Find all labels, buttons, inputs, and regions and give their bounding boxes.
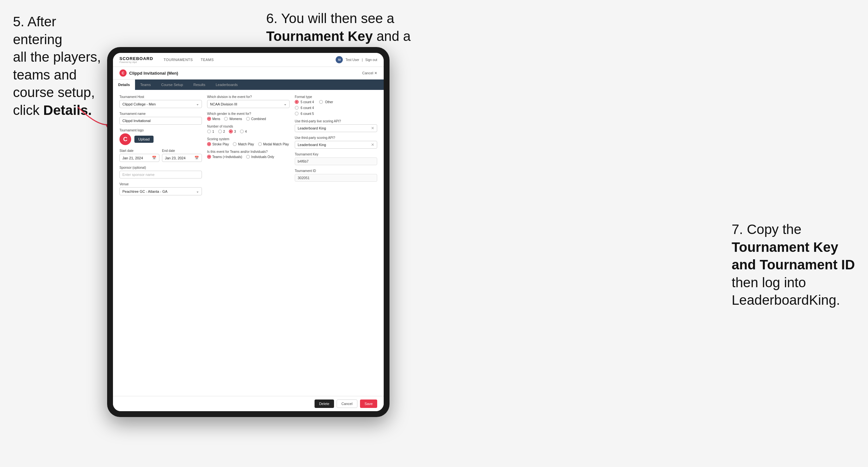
- venue-value: Peachtree GC - Atlanta - GA: [122, 189, 167, 193]
- tab-leaderboards[interactable]: Leaderboards: [210, 80, 243, 90]
- name-value: Clippd Invitational: [122, 119, 151, 123]
- third-party-2-label: Use third-party scoring API?: [295, 136, 377, 139]
- cancel-button[interactable]: Cancel: [337, 400, 358, 408]
- teams-radio-group: Teams (+Individuals) Individuals Only: [207, 155, 289, 159]
- format-5count4-radio[interactable]: [295, 100, 299, 104]
- teams-plus-label: Teams (+Individuals): [212, 155, 242, 159]
- tournament-key-value: b4f6b7: [295, 157, 377, 165]
- scoring-match[interactable]: Match Play: [233, 142, 254, 146]
- annotation-br-line3: LeaderboardKing.: [732, 292, 840, 308]
- name-label: Tournament name: [120, 112, 202, 116]
- name-input[interactable]: Clippd Invitational: [120, 117, 202, 125]
- rounds-3[interactable]: 3: [229, 129, 236, 133]
- rounds-4[interactable]: 4: [240, 129, 247, 133]
- sponsor-group: Sponsor (optional) Enter sponsor name: [120, 166, 202, 179]
- rounds-1[interactable]: 1: [207, 129, 214, 133]
- end-date-input[interactable]: Jan 23, 2024 📅: [162, 154, 202, 162]
- teams-label: Is this event for Teams and/or Individua…: [207, 150, 289, 154]
- rounds-label: Number of rounds: [207, 125, 289, 128]
- nav-teams[interactable]: TEAMS: [200, 58, 214, 62]
- form-col-2: Which division is the event for? NCAA Di…: [207, 95, 289, 195]
- division-value: NCAA Division III: [210, 102, 237, 106]
- teams-individuals-radio[interactable]: [246, 155, 250, 159]
- cancel-header-btn[interactable]: Cancel ✕: [362, 71, 377, 75]
- scoring-medal-radio[interactable]: [258, 142, 262, 146]
- teams-individuals-only[interactable]: Individuals Only: [246, 155, 274, 159]
- name-group: Tournament name Clippd Invitational: [120, 112, 202, 125]
- format-6count4[interactable]: 6 count 4: [295, 106, 314, 110]
- annotation-top-bold1: Tournament Key: [266, 29, 373, 44]
- annotation-br-bold1: Tournament Key: [732, 240, 838, 255]
- delete-button[interactable]: Delete: [314, 400, 334, 408]
- upload-button[interactable]: Upload: [134, 136, 154, 143]
- teams-individuals-label: Individuals Only: [251, 155, 274, 159]
- gender-womens-radio[interactable]: [224, 117, 228, 121]
- format-6count5[interactable]: 6 count 5: [295, 112, 314, 116]
- tab-teams[interactable]: Teams: [135, 80, 156, 90]
- tournament-icon-letter: C: [122, 71, 124, 75]
- format-6count4-radio[interactable]: [295, 106, 299, 110]
- format-5count4-label: 5 count 4: [301, 100, 314, 104]
- division-group: Which division is the event for? NCAA Di…: [207, 95, 289, 108]
- gender-mens[interactable]: Mens: [207, 117, 220, 121]
- rounds-3-radio[interactable]: [229, 129, 233, 133]
- rounds-4-radio[interactable]: [240, 129, 244, 133]
- tab-details[interactable]: Details: [113, 80, 135, 90]
- scoring-match-radio[interactable]: [233, 142, 237, 146]
- format-list: 5 count 4 6 count 4 6 count 5: [295, 100, 314, 116]
- scoring-medal[interactable]: Medal Match Play: [258, 142, 289, 146]
- annotation-left-line5: click: [13, 102, 43, 118]
- teams-plus-radio[interactable]: [207, 155, 211, 159]
- sponsor-input[interactable]: Enter sponsor name: [120, 171, 202, 179]
- format-6count4-label: 6 count 4: [301, 106, 314, 110]
- annotation-left-line2: all the players,: [13, 49, 101, 65]
- rounds-2-radio[interactable]: [218, 129, 222, 133]
- save-button[interactable]: Save: [360, 400, 377, 408]
- third-party-1-clear-icon[interactable]: ✕: [371, 126, 374, 130]
- scoring-stroke[interactable]: Stroke Play: [207, 142, 229, 146]
- nav-signout[interactable]: Sign out: [365, 58, 377, 62]
- gender-combined-radio[interactable]: [246, 117, 250, 121]
- annotation-br-bold2: and Tournament ID: [732, 257, 855, 272]
- rounds-1-label: 1: [212, 130, 214, 133]
- logo-label: Tournament logo: [120, 128, 202, 132]
- nav-user: Test User: [345, 58, 359, 62]
- tournament-header: C Clippd Invitational (Men) Cancel ✕: [113, 67, 384, 80]
- host-label: Tournament Host: [120, 95, 202, 99]
- annotation-top-text2: and a: [373, 29, 411, 44]
- format-5count4[interactable]: 5 count 4: [295, 100, 314, 104]
- third-party-1-input[interactable]: Leaderboard King ✕: [295, 124, 377, 132]
- rounds-1-radio[interactable]: [207, 129, 211, 133]
- logo-group: Tournament logo C Upload: [120, 128, 202, 145]
- start-date-input[interactable]: Jan 21, 2024 📅: [120, 154, 159, 162]
- scoring-stroke-radio[interactable]: [207, 142, 211, 146]
- tournament-icon: C: [120, 69, 127, 76]
- scoreboard-logo: SCOREBOARD Powered by clipd: [120, 56, 153, 63]
- gender-combined-label: Combined: [251, 117, 266, 121]
- rounds-2[interactable]: 2: [218, 129, 225, 133]
- rounds-2-label: 2: [223, 130, 225, 133]
- format-6count5-radio[interactable]: [295, 112, 299, 116]
- nav-bar: SCOREBOARD Powered by clipd TOURNAMENTS …: [113, 53, 384, 67]
- calendar-icon: 📅: [152, 156, 156, 160]
- annotation-bottom-right: 7. Copy the Tournament Key and Tournamen…: [732, 221, 855, 309]
- nav-tournaments[interactable]: TOURNAMENTS: [164, 58, 193, 62]
- format-other[interactable]: Other: [319, 100, 333, 104]
- format-other-label: Other: [325, 100, 333, 104]
- host-input[interactable]: Clippd College - Men ⌄: [120, 100, 202, 108]
- gender-womens[interactable]: Womens: [224, 117, 242, 121]
- gender-mens-radio[interactable]: [207, 117, 211, 121]
- third-party-2-input[interactable]: Leaderboard King ✕: [295, 141, 377, 149]
- division-input[interactable]: NCAA Division III ⌄: [207, 100, 289, 108]
- tab-course-setup[interactable]: Course Setup: [156, 80, 188, 90]
- form-col-1: Tournament Host Clippd College - Men ⌄ T…: [120, 95, 202, 195]
- gender-combined[interactable]: Combined: [246, 117, 266, 121]
- third-party-2-group: Use third-party scoring API? Leaderboard…: [295, 136, 377, 149]
- venue-input[interactable]: Peachtree GC - Atlanta - GA ⌄: [120, 187, 202, 195]
- tournament-key-group: Tournament Key b4f6b7: [295, 153, 377, 165]
- format-other-radio[interactable]: [319, 100, 323, 104]
- third-party-2-clear-icon[interactable]: ✕: [371, 143, 374, 147]
- teams-plus-individuals[interactable]: Teams (+Individuals): [207, 155, 242, 159]
- tab-results[interactable]: Results: [188, 80, 211, 90]
- annotation-left-bold: Details.: [43, 102, 92, 118]
